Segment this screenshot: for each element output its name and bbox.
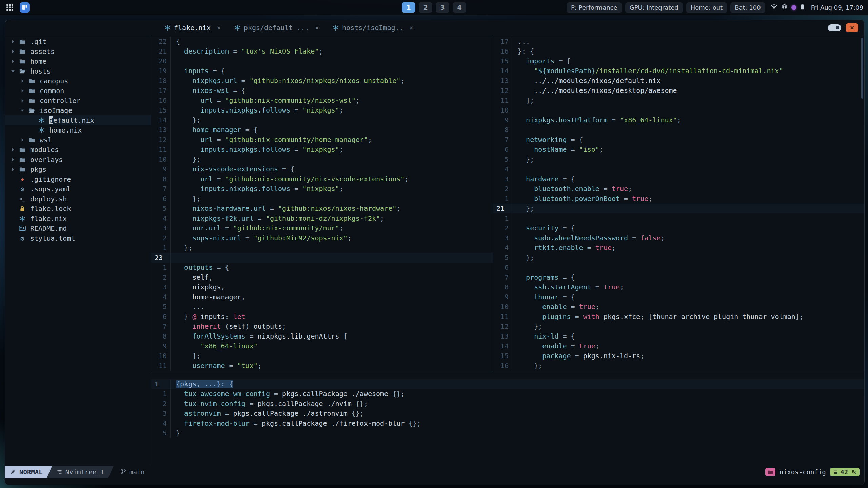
code-line: 8 url = "github:nix-community/nix-vscode… xyxy=(151,174,493,184)
window-manager-icon[interactable] xyxy=(20,2,30,13)
code-text: }; xyxy=(176,115,200,125)
code-text: nix-ld = { xyxy=(518,331,575,341)
editor-pane-pkgs-default-nix[interactable]: 1{pkgs, ...}: {1 tux-awesome-wm-config =… xyxy=(151,372,864,466)
tree-item-assets[interactable]: assets xyxy=(5,46,151,56)
editor-pane-iso-default-nix[interactable]: 17...16}: {15 imports = [14 "${modulesPa… xyxy=(493,36,864,372)
top-split-row: 22{21 description = "tux's NixOS Flake";… xyxy=(151,36,864,372)
tree-item-flake.nix[interactable]: flake.nix xyxy=(5,214,151,223)
tree-item-label: default.nix xyxy=(49,116,94,124)
clock[interactable]: Fri Aug 09, 17:09 xyxy=(811,4,863,11)
network-icon[interactable] xyxy=(782,4,787,11)
tree-item-pkgs[interactable]: pkgs xyxy=(5,164,151,174)
tree-item-label: modules xyxy=(30,146,59,154)
line-number: 2 xyxy=(151,233,171,243)
tree-item-deploy.sh[interactable]: >_deploy.sh xyxy=(5,194,151,204)
topbar-left-group xyxy=(5,2,30,13)
tree-item-home.nix[interactable]: home.nix xyxy=(5,125,151,135)
tree-item-flake.lock[interactable]: flake.lock xyxy=(5,204,151,214)
battery-widget[interactable]: Bat: 100 xyxy=(730,2,765,13)
code-line: 8 ssh.startAgent = true; xyxy=(493,282,864,292)
tree-item-.git[interactable]: .git xyxy=(5,37,151,46)
tree-item-controller[interactable]: controller xyxy=(5,96,151,105)
code-text: {pkgs, ...}: { xyxy=(176,379,233,389)
gpu-widget[interactable]: GPU: Integrated xyxy=(625,2,683,13)
chevron-down-icon[interactable] xyxy=(18,107,27,114)
tree-item-wsl[interactable]: wsl xyxy=(5,135,151,145)
chevron-right-icon[interactable] xyxy=(18,98,27,104)
app-grid-icon[interactable] xyxy=(5,2,15,13)
tree-item-stylua.toml[interactable]: ⚙stylua.toml xyxy=(5,233,151,243)
top-bar: 1234 P: PerformanceGPU: IntegratedHome: … xyxy=(0,0,868,15)
tree-item-hosts[interactable]: hosts xyxy=(5,66,151,76)
chevron-right-icon[interactable] xyxy=(18,78,27,84)
tree-item-label: wsl xyxy=(40,136,52,144)
tree-item-isoImage[interactable]: isoImage xyxy=(5,105,151,115)
code-line: 22{ xyxy=(151,37,493,46)
code-text: programs = { xyxy=(518,272,575,282)
line-number: 23 xyxy=(151,253,171,263)
chevron-right-icon[interactable] xyxy=(8,58,17,64)
pen-icon xyxy=(11,468,16,476)
code-text: nixpkgs-f2k.url = "github:moni-dz/nixpkg… xyxy=(176,214,384,223)
workspace-tag-4[interactable]: 4 xyxy=(453,2,466,13)
chevron-right-icon[interactable] xyxy=(8,147,17,153)
tab-close-icon[interactable]: × xyxy=(217,24,220,32)
tree-item-default.nix[interactable]: default.nix xyxy=(5,115,151,125)
home-widget[interactable]: Home: out xyxy=(686,2,727,13)
code-line: 1 outputs = { xyxy=(151,263,493,272)
line-number: 15 xyxy=(151,105,171,115)
workspace-tag-2[interactable]: 2 xyxy=(419,2,432,13)
folder-icon xyxy=(27,88,37,94)
editor-pane-flake-nix[interactable]: 22{21 description = "tux's NixOS Flake";… xyxy=(151,36,493,372)
shell-icon: >_ xyxy=(17,196,27,201)
git-icon: ◆ xyxy=(17,176,27,182)
tree-item-common[interactable]: common xyxy=(5,86,151,96)
line-number: 4 xyxy=(151,214,171,223)
line-number: 10 xyxy=(493,105,512,115)
chevron-right-icon[interactable] xyxy=(8,157,17,163)
code-text: "x86_64-linux" xyxy=(176,341,258,351)
wifi-icon[interactable] xyxy=(771,4,777,11)
workspace-tag-3[interactable]: 3 xyxy=(436,2,449,13)
chevron-down-icon[interactable] xyxy=(8,68,17,74)
chevron-right-icon[interactable] xyxy=(8,166,17,172)
tab-flake-nix[interactable]: flake.nix× xyxy=(158,20,228,36)
code-text: sops-nix.url = "github:Mic92/sops-nix"; xyxy=(176,233,352,243)
tree-item-modules[interactable]: modules xyxy=(5,145,151,155)
battery-icon[interactable] xyxy=(801,4,804,11)
code-text: nix-vscode-extensions = { xyxy=(176,164,294,174)
code-text: }; xyxy=(518,361,542,371)
toggle-button[interactable] xyxy=(828,24,841,31)
code-line: 2 security = { xyxy=(493,223,864,233)
code-text: inherit (self) outputs; xyxy=(176,322,286,331)
git-branch[interactable]: main xyxy=(121,468,145,476)
chevron-right-icon[interactable] xyxy=(8,48,17,55)
chevron-right-icon[interactable] xyxy=(8,39,17,45)
tree-item-.sops.yaml[interactable]: ⚙.sops.yaml xyxy=(5,184,151,194)
tab-pkgs-default[interactable]: pkgs/default ...× xyxy=(228,20,326,36)
tab-close-icon[interactable]: × xyxy=(410,24,413,32)
tree-item-canopus[interactable]: canopus xyxy=(5,76,151,86)
tree-item-overlays[interactable]: overlays xyxy=(5,155,151,164)
line-number: 7 xyxy=(493,135,512,145)
line-number: 3 xyxy=(151,409,171,419)
code-line: 10 }; xyxy=(151,155,493,164)
tree-item-.gitignore[interactable]: ◆.gitignore xyxy=(5,174,151,184)
chevron-right-icon[interactable] xyxy=(18,88,27,94)
power-profile-widget[interactable]: P: Performance xyxy=(567,2,622,13)
code-line: 2 bluetooth.enable = true; xyxy=(493,184,864,194)
line-number: 11 xyxy=(151,361,171,371)
tree-item-label: .gitignore xyxy=(30,175,71,183)
tree-item-home[interactable]: home xyxy=(5,56,151,66)
tree-item-README.md[interactable]: README.md xyxy=(5,223,151,233)
line-number: 4 xyxy=(493,243,512,253)
scrollbar-thumb[interactable] xyxy=(861,38,863,99)
chevron-right-icon[interactable] xyxy=(18,137,27,143)
tab-close-icon[interactable]: × xyxy=(315,24,319,32)
tab-hosts-isoImag[interactable]: hosts/isoImag..× xyxy=(326,20,420,36)
workspace-tag-1[interactable]: 1 xyxy=(402,2,415,13)
status-dot-icon[interactable] xyxy=(791,5,796,10)
code-line: 5 }; xyxy=(493,253,864,263)
window-close-button[interactable]: × xyxy=(846,23,858,32)
code-text: networking = { xyxy=(518,135,583,145)
